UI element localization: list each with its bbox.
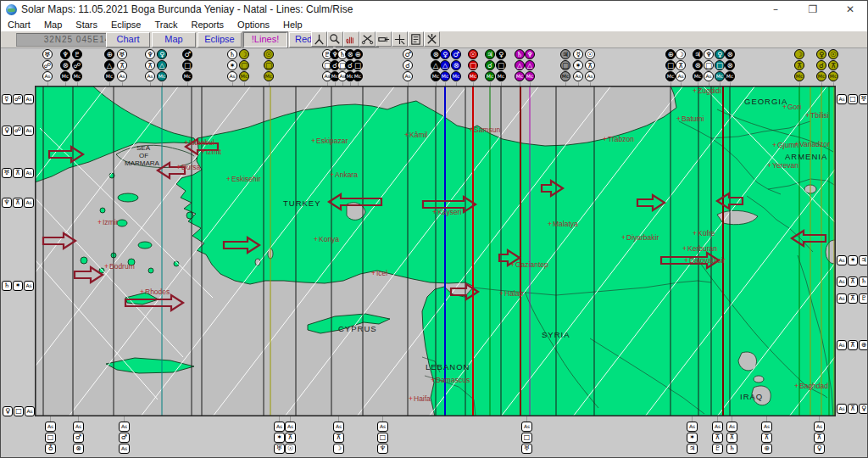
astro-glyph: As xyxy=(119,444,130,454)
leader-line xyxy=(109,82,110,86)
astro-glyph: □ xyxy=(239,60,249,70)
zoom-tool-icon[interactable] xyxy=(327,31,343,47)
minimize-button[interactable]: – xyxy=(757,1,794,18)
city-marker: + xyxy=(621,233,626,242)
menu-item-options[interactable]: Options xyxy=(231,20,276,30)
astro-glyph: As xyxy=(403,71,413,81)
edge-glyph-badge: As✶♃ xyxy=(837,255,868,265)
country-label: LEBANON xyxy=(426,362,470,371)
map-canvas[interactable]: +Istanbul+Izmit+Bursa+Eskisehir+Izmir+Bo… xyxy=(35,86,836,416)
ascendant-line-glyph-stack: As⊼♇ xyxy=(711,416,724,455)
leader-line xyxy=(833,82,834,86)
city-label: Icel xyxy=(376,269,387,277)
astro-glyph: ♆ xyxy=(2,198,12,208)
astro-glyph: □ xyxy=(704,60,714,70)
restore-button[interactable]: ❐ xyxy=(794,1,832,18)
astro-glyph: ♀ xyxy=(496,49,506,59)
planet-line-glyph-stack: ♀□Mc xyxy=(495,49,507,86)
planet-line-glyph-stack: ☽□Mc xyxy=(238,49,250,86)
astro-glyph: □ xyxy=(521,433,532,443)
leader-line xyxy=(590,82,591,86)
menu-item-map[interactable]: Map xyxy=(37,20,69,30)
leader-line xyxy=(730,82,731,86)
astro-glyph: Mc xyxy=(816,71,826,81)
ascendant-line-glyph-stack: As□♁ xyxy=(44,416,57,455)
menu-item-stars[interactable]: Stars xyxy=(69,20,104,30)
city-label: Izmir xyxy=(103,218,119,226)
planet-line-glyph-stack: ♅⊼As xyxy=(116,49,128,86)
city-marker: + xyxy=(104,262,108,271)
locate-tool-icon[interactable] xyxy=(392,31,408,47)
city-label: Malatya xyxy=(553,220,578,228)
planet-line-glyph-stack: ☽⊼Mc xyxy=(793,49,805,86)
astro-glyph: ♄ xyxy=(227,49,237,59)
planet-line-glyph-stack: ♂□Mc xyxy=(181,49,193,86)
city-marker: + xyxy=(314,235,318,243)
city-label: Vanadzor xyxy=(799,140,830,148)
astro-glyph: As xyxy=(73,422,84,432)
menu-item-help[interactable]: Help xyxy=(276,20,309,30)
country-label: SYRIA xyxy=(542,330,570,339)
scissors-icon[interactable] xyxy=(359,31,376,47)
astro-glyph: ⊼ xyxy=(828,60,838,70)
astro-glyph: As xyxy=(573,71,583,81)
toolbar-button-map[interactable]: Map xyxy=(152,32,196,47)
toolbar-button-lines[interactable]: !Lines! xyxy=(243,32,287,47)
city-marker: + xyxy=(684,256,688,265)
city-label: Ankara xyxy=(335,170,358,179)
edge-glyph-badge: As⊼♇ xyxy=(837,293,868,304)
menu-item-reports[interactable]: Reports xyxy=(185,20,231,30)
astro-glyph: △ xyxy=(525,60,535,70)
leader-line xyxy=(358,82,359,86)
toolbar-button-chart[interactable]: Chart xyxy=(106,32,150,47)
astro-glyph: Mc xyxy=(725,71,735,81)
leader-line xyxy=(821,82,822,86)
leader-line xyxy=(436,82,437,86)
pan-hand-icon[interactable] xyxy=(343,31,359,47)
planet-line-glyph-stack: ♀☌Mc xyxy=(815,49,827,86)
city-marker: + xyxy=(404,131,409,139)
leader-line xyxy=(530,82,531,86)
astro-glyph: ♂ xyxy=(73,433,84,443)
city-marker: + xyxy=(201,148,205,156)
astro-glyph: ♂ xyxy=(119,433,130,443)
leader-line xyxy=(269,82,270,86)
astro-glyph: ♄ xyxy=(2,281,12,291)
city-label: Dalovatasir xyxy=(689,256,726,265)
country-label: GEORGIA xyxy=(744,97,787,106)
menu-item-eclipse[interactable]: Eclipse xyxy=(104,20,147,30)
astro-glyph: ✶ xyxy=(13,281,23,291)
city-marker: + xyxy=(676,114,681,123)
leader-line xyxy=(47,82,48,86)
planet-line-glyph-stack: ♂☌As xyxy=(402,49,414,86)
menu-item-chart[interactable]: Chart xyxy=(1,20,37,30)
city-marker: + xyxy=(499,289,504,298)
edge-glyph-badge: ♆⊼As xyxy=(2,198,34,208)
close-button[interactable]: ✕ xyxy=(832,1,868,18)
app-globe-icon xyxy=(6,4,17,15)
astro-glyph: □ xyxy=(14,406,24,416)
astro-glyph: ✶ xyxy=(687,433,698,443)
astro-glyph: ⊼ xyxy=(814,433,825,443)
astro-glyph: ⊼ xyxy=(848,404,858,414)
menu-item-track[interactable]: Track xyxy=(147,20,184,30)
map-area[interactable]: +Istanbul+Izmit+Bursa+Eskisehir+Izmir+Bo… xyxy=(35,86,836,416)
city-label: Konya xyxy=(319,235,339,243)
planet-line-glyph-stack: ♆□As xyxy=(703,49,715,86)
astro-glyph: ⊼ xyxy=(333,433,344,443)
astro-glyph: ⊼ xyxy=(848,340,858,350)
astro-glyph: □ xyxy=(848,94,858,104)
astro-glyph: ♆ xyxy=(704,49,714,59)
astro-glyph: ♂ xyxy=(403,49,413,59)
level-tool-icon[interactable] xyxy=(376,31,392,47)
report-tool-icon[interactable] xyxy=(408,31,424,47)
toolbar-button-eclipse[interactable]: Eclipse xyxy=(198,32,242,47)
ascendant-line-glyph-stack: As□♅ xyxy=(520,416,533,455)
city-marker: + xyxy=(805,111,810,120)
city-label: Kayseri xyxy=(437,208,461,216)
measure-tool-icon[interactable] xyxy=(311,31,327,47)
astro-glyph: ⊼ xyxy=(117,60,127,70)
city-marker: + xyxy=(510,260,515,269)
tools-x-icon[interactable] xyxy=(424,31,440,47)
astro-glyph: As xyxy=(227,71,237,81)
